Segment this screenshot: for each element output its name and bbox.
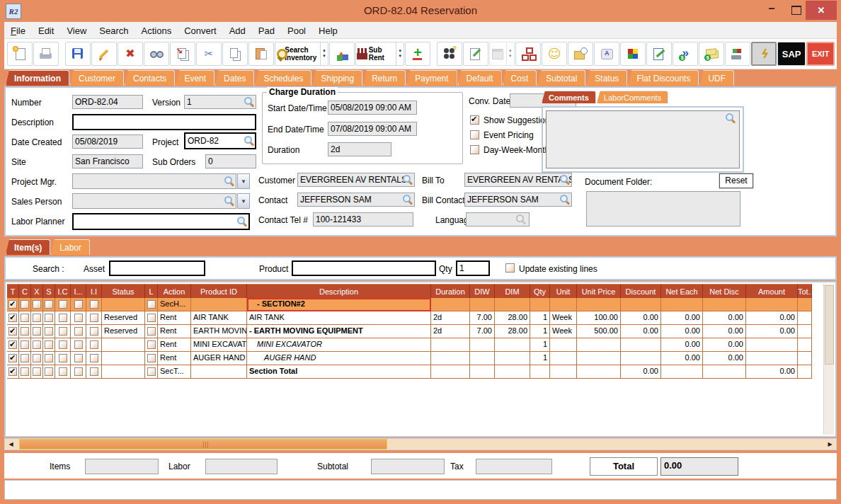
row-checkbox-x[interactable]	[33, 327, 41, 336]
cell-net_each[interactable]: 0.00	[661, 311, 703, 325]
customer-lookup-icon[interactable]	[402, 174, 413, 185]
column-header-tot[interactable]: Tot...	[798, 284, 812, 298]
tab-default[interactable]: Default	[458, 70, 502, 86]
table-horizontal-scrollbar[interactable]: ◀ ▶	[4, 438, 837, 450]
cell-tot[interactable]	[798, 325, 812, 338]
table-row[interactable]: SecH...- SECTION#2	[7, 298, 812, 311]
labor-planner-input[interactable]	[72, 213, 250, 230]
contact-lookup-icon[interactable]	[402, 194, 413, 205]
truck-button[interactable]	[725, 42, 750, 66]
event-pricing-checkbox[interactable]	[470, 130, 479, 139]
tab-status[interactable]: Status	[586, 70, 627, 86]
minimize-button[interactable]: –	[763, 0, 780, 18]
cell-action[interactable]: Rent	[158, 325, 191, 338]
menu-file[interactable]: File	[4, 23, 32, 39]
contact-field[interactable]: JEFFERSON SAM	[297, 193, 415, 207]
tab-dates[interactable]: Dates	[215, 70, 254, 86]
menu-edit[interactable]: Edit	[32, 23, 60, 39]
tab-udf[interactable]: UDF	[699, 70, 734, 86]
vertical-scrollbar-thumb[interactable]	[825, 285, 834, 365]
row-checkbox-s[interactable]	[45, 367, 53, 376]
reset-button[interactable]: Reset	[719, 173, 753, 188]
date-created-field[interactable]: 05/08/2019	[72, 134, 143, 149]
sales-person-dropdown[interactable]: ▼	[237, 193, 250, 209]
cell-amount[interactable]: 0.00	[746, 325, 798, 338]
day-week-month-pricing-checkbox[interactable]	[470, 145, 479, 154]
cell-unit[interactable]: Week	[550, 325, 577, 338]
cell-status[interactable]: Reserved	[102, 311, 145, 325]
cell-duration[interactable]: 2d	[431, 311, 470, 325]
cell-description[interactable]: MINI EXCAVATOR	[247, 338, 431, 352]
copy-button[interactable]	[222, 42, 248, 66]
menu-view[interactable]: View	[60, 23, 93, 39]
column-header-i[interactable]: I...	[71, 284, 86, 298]
cell-qty[interactable]	[530, 298, 550, 311]
column-header-i-c[interactable]: I.C	[55, 284, 71, 298]
cell-tot[interactable]	[798, 365, 812, 379]
cell-action[interactable]: Rent	[158, 338, 191, 352]
tab-shipping[interactable]: Shipping	[312, 70, 362, 86]
cell-diw[interactable]	[470, 338, 495, 352]
column-header-amount[interactable]: Amount	[746, 284, 798, 298]
row-checkbox-i-c[interactable]	[59, 354, 67, 362]
menu-pool[interactable]: Pool	[281, 23, 312, 39]
cell-product_id[interactable]	[191, 365, 247, 379]
table-row[interactable]: SecT...Section Total0.000.00	[7, 365, 812, 379]
cell-qty[interactable]	[530, 365, 550, 379]
cell-dim[interactable]	[495, 338, 530, 352]
row-checkbox-l[interactable]	[147, 354, 156, 362]
cell-unit_price[interactable]	[577, 365, 621, 379]
cell-discount[interactable]: 0.00	[621, 325, 661, 338]
cell-dim[interactable]	[495, 298, 530, 311]
row-checkbox-s[interactable]	[45, 340, 53, 349]
column-header-status[interactable]: Status	[102, 284, 145, 298]
row-checkbox-l[interactable]	[147, 300, 156, 309]
horizontal-scrollbar-thumb[interactable]	[19, 439, 387, 449]
dropdown-arrows-icon[interactable]: ▼▼	[320, 42, 328, 65]
row-checkbox-t[interactable]	[8, 327, 17, 336]
column-header-unit[interactable]: Unit	[550, 284, 577, 298]
row-checkbox-l[interactable]	[147, 327, 156, 336]
column-header-dim[interactable]: DIM	[495, 284, 530, 298]
add-button[interactable]	[405, 42, 430, 66]
cell-amount[interactable]	[746, 338, 798, 352]
row-checkbox-i[interactable]	[74, 367, 83, 376]
row-checkbox-l[interactable]	[147, 314, 156, 322]
update-existing-lines-checkbox[interactable]	[505, 263, 515, 273]
column-header-l[interactable]: L	[145, 284, 158, 298]
cell-net_each[interactable]: 0.00	[661, 352, 703, 365]
row-checkbox-c[interactable]	[21, 340, 29, 349]
sales-person-lookup-icon[interactable]	[224, 195, 235, 207]
cell-tot[interactable]	[798, 338, 812, 352]
close-button[interactable]: ✕	[806, 1, 837, 20]
customer-field[interactable]: EVERGREEN AV RENTALS	[297, 173, 415, 187]
row-checkbox-t[interactable]	[8, 340, 17, 349]
tab-payment[interactable]: Payment	[406, 70, 457, 86]
row-checkbox-i-c[interactable]	[59, 327, 67, 336]
calendar-button[interactable]: ▼▼	[489, 42, 515, 66]
write-button[interactable]	[646, 42, 672, 66]
column-header-c[interactable]: C	[19, 284, 31, 298]
cell-product_id[interactable]: AIR TANK	[191, 311, 247, 325]
tab-item-s[interactable]: Item(s)	[6, 239, 50, 255]
row-checkbox-i[interactable]	[74, 340, 83, 349]
product-input[interactable]	[292, 260, 436, 276]
cell-unit_price[interactable]	[577, 338, 621, 352]
maximize-button[interactable]	[791, 6, 801, 15]
tab-information[interactable]: Information	[6, 70, 69, 86]
cell-action[interactable]: Rent	[158, 352, 191, 365]
row-checkbox-i-c[interactable]	[59, 314, 67, 322]
scroll-right-arrow[interactable]: ▶	[825, 439, 835, 449]
folder-clock-button[interactable]	[568, 42, 593, 66]
cell-description[interactable]: - SECTION#2	[247, 298, 431, 311]
cell-discount[interactable]: 0.00	[621, 311, 661, 325]
end-datetime-field[interactable]: 07/08/2019 09:00 AM	[328, 122, 417, 136]
cell-unit[interactable]: Week	[550, 311, 577, 325]
duration-field[interactable]: 2d	[328, 142, 391, 156]
cell-unit_price[interactable]: 100.00	[577, 311, 621, 325]
bill-contact-field[interactable]: JEFFERSON SAM	[464, 193, 572, 207]
number-field[interactable]: ORD-82.04	[72, 95, 143, 109]
find-button[interactable]	[144, 42, 169, 66]
version-lookup-icon[interactable]	[244, 96, 255, 108]
new-button[interactable]	[7, 42, 33, 66]
